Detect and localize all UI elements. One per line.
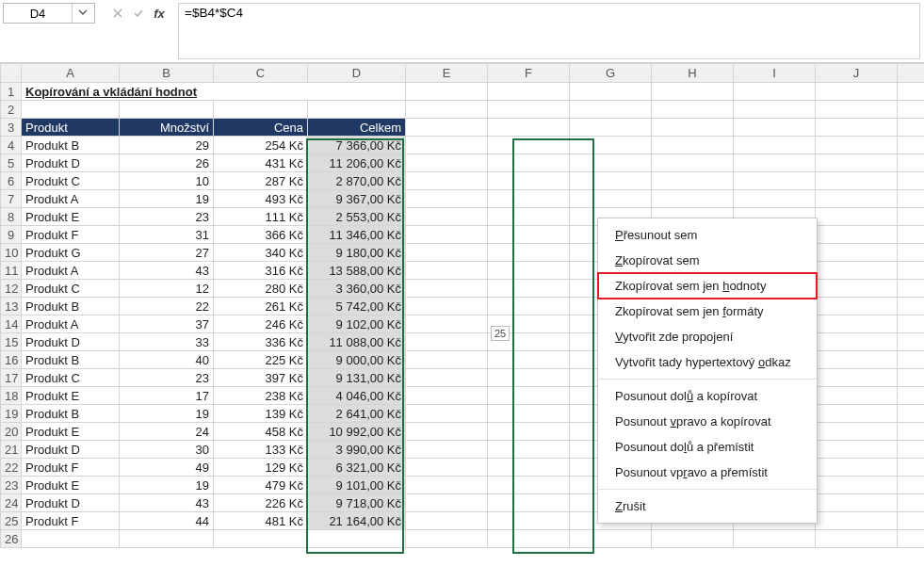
- cell-mnozstvi[interactable]: 33: [120, 333, 214, 351]
- cell-cena[interactable]: 366 Kč: [214, 226, 308, 244]
- cell[interactable]: [816, 280, 898, 298]
- cell-mnozstvi[interactable]: 24: [120, 423, 214, 441]
- cell-cena[interactable]: 246 Kč: [214, 315, 308, 333]
- cell[interactable]: [816, 298, 898, 315]
- name-box[interactable]: [3, 3, 95, 24]
- cell-mnozstvi[interactable]: 43: [120, 262, 214, 280]
- cell[interactable]: [214, 101, 308, 119]
- cell[interactable]: [816, 154, 898, 172]
- cell[interactable]: [898, 83, 925, 101]
- cell-produkt[interactable]: Produkt B: [22, 405, 120, 423]
- col-header[interactable]: D: [308, 64, 406, 83]
- cell[interactable]: [816, 441, 898, 459]
- cell[interactable]: [570, 154, 652, 172]
- row-header[interactable]: 13: [1, 298, 22, 315]
- cell-cena[interactable]: 226 Kč: [214, 494, 308, 512]
- cell-cena[interactable]: 133 Kč: [214, 441, 308, 459]
- cell[interactable]: [816, 83, 898, 101]
- cell-mnozstvi[interactable]: 37: [120, 315, 214, 333]
- cell[interactable]: [816, 137, 898, 154]
- accept-formula-button[interactable]: [129, 4, 148, 23]
- cell[interactable]: [898, 369, 925, 387]
- cell[interactable]: [406, 298, 488, 315]
- cell[interactable]: [570, 137, 652, 154]
- row-header[interactable]: 26: [1, 530, 22, 548]
- cell[interactable]: [488, 298, 570, 315]
- cell[interactable]: [898, 477, 925, 494]
- cell-produkt[interactable]: Produkt F: [22, 459, 120, 477]
- cell[interactable]: [898, 423, 925, 441]
- cell[interactable]: [898, 190, 925, 208]
- cell-celkem[interactable]: 11 346,00 Kč: [308, 226, 406, 244]
- cell-produkt[interactable]: Produkt F: [22, 226, 120, 244]
- cell-celkem[interactable]: 3 360,00 Kč: [308, 280, 406, 298]
- cell-produkt[interactable]: Produkt D: [22, 333, 120, 351]
- cell[interactable]: [406, 405, 488, 423]
- cell-cena[interactable]: 254 Kč: [214, 137, 308, 154]
- cell[interactable]: [734, 83, 816, 101]
- row-header[interactable]: 8: [1, 208, 22, 226]
- menu-item-shift-down-move[interactable]: Posunout dolů a přemístit: [598, 434, 817, 460]
- cell[interactable]: [898, 244, 925, 262]
- select-all-corner[interactable]: [1, 64, 22, 83]
- cell[interactable]: [816, 477, 898, 494]
- cell[interactable]: [488, 83, 570, 101]
- cell[interactable]: [406, 208, 488, 226]
- cell[interactable]: [488, 494, 570, 512]
- cell-celkem[interactable]: 9 101,00 Kč: [308, 477, 406, 494]
- menu-item-link[interactable]: Vytvořit zde propojení: [598, 324, 817, 349]
- cell[interactable]: [734, 172, 816, 190]
- cell-mnozstvi[interactable]: 23: [120, 369, 214, 387]
- cell[interactable]: [898, 101, 925, 119]
- cell[interactable]: [488, 137, 570, 154]
- cell-mnozstvi[interactable]: 40: [120, 351, 214, 369]
- row-header[interactable]: 24: [1, 494, 22, 512]
- cell[interactable]: [308, 530, 406, 548]
- cell[interactable]: [406, 351, 488, 369]
- cell-mnozstvi[interactable]: 22: [120, 298, 214, 315]
- cell-mnozstvi[interactable]: 30: [120, 441, 214, 459]
- row-header[interactable]: 23: [1, 477, 22, 494]
- cell[interactable]: [120, 530, 214, 548]
- cell[interactable]: [652, 172, 734, 190]
- cell[interactable]: [816, 459, 898, 477]
- menu-item-cancel[interactable]: Zrušit: [598, 493, 817, 519]
- cell[interactable]: [816, 262, 898, 280]
- col-header[interactable]: F: [488, 64, 570, 83]
- cell-celkem[interactable]: 9 102,00 Kč: [308, 315, 406, 333]
- row-header[interactable]: 4: [1, 137, 22, 154]
- col-header[interactable]: C: [214, 64, 308, 83]
- cell-produkt[interactable]: Produkt A: [22, 190, 120, 208]
- cell[interactable]: [406, 262, 488, 280]
- cell[interactable]: [406, 119, 488, 137]
- cell[interactable]: [570, 172, 652, 190]
- cell-mnozstvi[interactable]: 43: [120, 494, 214, 512]
- row-header[interactable]: 25: [1, 512, 22, 530]
- row-header[interactable]: 2: [1, 101, 22, 119]
- col-header[interactable]: K: [898, 64, 925, 83]
- cell[interactable]: [816, 494, 898, 512]
- row-header[interactable]: 18: [1, 387, 22, 405]
- cell[interactable]: [816, 315, 898, 333]
- cell[interactable]: [898, 387, 925, 405]
- cell[interactable]: [488, 226, 570, 244]
- cell[interactable]: [570, 101, 652, 119]
- menu-item-copy[interactable]: Zkopírovat sem: [598, 248, 817, 273]
- cell[interactable]: [898, 459, 925, 477]
- cell[interactable]: [898, 154, 925, 172]
- cell[interactable]: [652, 190, 734, 208]
- cell-produkt[interactable]: Produkt B: [22, 298, 120, 315]
- cell-cena[interactable]: 431 Kč: [214, 154, 308, 172]
- cell[interactable]: [406, 83, 488, 101]
- cell-celkem[interactable]: 6 321,00 Kč: [308, 459, 406, 477]
- cell[interactable]: [652, 119, 734, 137]
- cell-mnozstvi[interactable]: 27: [120, 244, 214, 262]
- menu-item-move[interactable]: Přesunout sem: [598, 222, 817, 248]
- cell[interactable]: [488, 190, 570, 208]
- cell-celkem[interactable]: 11 088,00 Kč: [308, 333, 406, 351]
- cell-cena[interactable]: 261 Kč: [214, 298, 308, 315]
- cell[interactable]: [488, 351, 570, 369]
- cell-celkem[interactable]: 5 742,00 Kč: [308, 298, 406, 315]
- cell[interactable]: [734, 101, 816, 119]
- menu-item-copy-values[interactable]: Zkopírovat sem jen hodnoty: [598, 273, 817, 299]
